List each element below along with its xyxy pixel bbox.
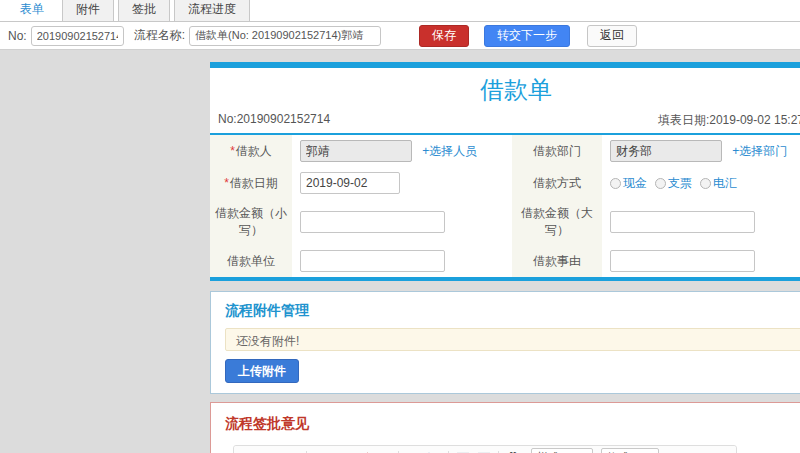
loan-date-label-text: 借款日期 <box>230 176 278 190</box>
table-row: *借款日期 借款方式 现金 支票 <box>210 167 800 199</box>
table-row: 借款单位 借款事由 <box>210 245 800 277</box>
radio-circle-icon <box>610 178 621 189</box>
tab-bar: 表单 附件 签批 流程进度 <box>0 0 800 22</box>
amount-lowercase-label: 借款金额（小写） <box>210 199 292 245</box>
upload-attachment-button[interactable]: 上传附件 <box>225 359 299 383</box>
forward-next-step-button[interactable]: 转交下一步 <box>484 25 570 47</box>
radio-circle-icon <box>655 178 666 189</box>
no-label: No: <box>8 29 27 43</box>
required-mark: * <box>224 176 229 190</box>
control-row: No: 流程名称: 保存 转交下一步 返回 <box>0 22 800 49</box>
borrower-input[interactable] <box>300 140 412 162</box>
loan-reason-input[interactable] <box>610 250 755 272</box>
no-attachments-alert: 还没有附件! <box>225 328 800 351</box>
tab-approval[interactable]: 签批 <box>118 0 170 21</box>
select-person-link[interactable]: +选择人员 <box>422 144 477 158</box>
loan-date-label: *借款日期 <box>210 167 292 199</box>
select-department-link[interactable]: +选择部门 <box>732 144 787 158</box>
amount-uppercase-input[interactable] <box>610 211 755 233</box>
rich-text-editor: B I abc ✎ ⚑ <box>233 445 737 453</box>
approval-panel-title: 流程签批意见 <box>225 415 800 433</box>
styles-dropdown[interactable]: 样式 <box>531 448 593 453</box>
radio-circle-icon <box>700 178 711 189</box>
department-input[interactable] <box>610 140 722 162</box>
tab-progress[interactable]: 流程进度 <box>174 0 250 21</box>
tab-attachments[interactable]: 附件 <box>62 0 114 21</box>
loan-unit-input[interactable] <box>300 250 445 272</box>
blockquote-icon[interactable]: ” <box>503 449 523 453</box>
loan-reason-label: 借款事由 <box>512 245 602 277</box>
process-name-label: 流程名称: <box>134 27 185 44</box>
indent-icon[interactable] <box>474 449 494 453</box>
save-button[interactable]: 保存 <box>419 25 469 47</box>
approval-panel: 流程签批意见 B I abc ✎ <box>210 402 800 453</box>
radio-cheque[interactable]: 支票 <box>655 175 692 192</box>
form-meta-row: No:20190902152714 填表日期:2019-09-02 15:27:… <box>210 110 800 135</box>
process-name-input[interactable] <box>189 26 381 46</box>
amount-uppercase-label: 借款金额（大写） <box>512 199 602 245</box>
bold-icon[interactable]: B <box>240 449 260 453</box>
link-icon[interactable] <box>332 449 352 453</box>
radio-cash[interactable]: 现金 <box>610 175 647 192</box>
radio-cash-label: 现金 <box>623 175 647 192</box>
borrower-label: *借款人 <box>210 135 292 167</box>
no-input[interactable] <box>31 26 124 46</box>
form-title: 借款单 <box>210 68 800 110</box>
anchor-flag-icon[interactable]: ⚑ <box>374 449 394 453</box>
top-toolbar: 表单 附件 签批 流程进度 No: 流程名称: 保存 转交下一步 返回 <box>0 0 800 50</box>
radio-wire[interactable]: 电汇 <box>700 175 737 192</box>
radio-cheque-label: 支票 <box>668 175 692 192</box>
loan-date-input[interactable] <box>300 172 400 194</box>
loan-method-label: 借款方式 <box>512 167 602 199</box>
loan-method-radio-group: 现金 支票 电汇 <box>610 175 800 192</box>
format-dropdown[interactable]: 格式 <box>601 448 659 453</box>
back-button[interactable]: 返回 <box>587 25 637 47</box>
strikethrough-icon[interactable]: abc <box>282 449 302 453</box>
department-label: 借款部门 <box>512 135 602 167</box>
loan-form-table: *借款人 +选择人员 借款部门 +选择部门 *借款日期 借款方式 <box>210 135 800 277</box>
numbered-list-icon[interactable] <box>403 449 423 453</box>
tab-form[interactable]: 表单 <box>6 0 58 21</box>
radio-wire-label: 电汇 <box>713 175 737 192</box>
editor-toolbar: B I abc ✎ ⚑ <box>234 446 736 453</box>
remove-format-icon[interactable]: ✎ <box>311 449 331 453</box>
page-body: 借款单 No:20190902152714 填表日期:2019-09-02 15… <box>0 50 800 453</box>
form-fill-date: 填表日期:2019-09-02 15:27:1 <box>658 112 800 129</box>
loan-unit-label: 借款单位 <box>210 245 292 277</box>
required-mark: * <box>230 144 235 158</box>
unlink-icon[interactable] <box>353 449 373 453</box>
italic-icon[interactable]: I <box>261 449 281 453</box>
borrower-label-text: 借款人 <box>236 144 272 158</box>
outdent-icon[interactable] <box>453 449 473 453</box>
attachments-panel: 流程附件管理 还没有附件! 上传附件 <box>210 291 800 394</box>
bulleted-list-icon[interactable] <box>424 449 444 453</box>
form-number: No:20190902152714 <box>218 112 330 129</box>
amount-lowercase-input[interactable] <box>300 211 445 233</box>
attachments-panel-title: 流程附件管理 <box>225 302 800 320</box>
table-row: 借款金额（小写） 借款金额（大写） <box>210 199 800 245</box>
table-row: *借款人 +选择人员 借款部门 +选择部门 <box>210 135 800 167</box>
loan-form-card: 借款单 No:20190902152714 填表日期:2019-09-02 15… <box>210 62 800 281</box>
